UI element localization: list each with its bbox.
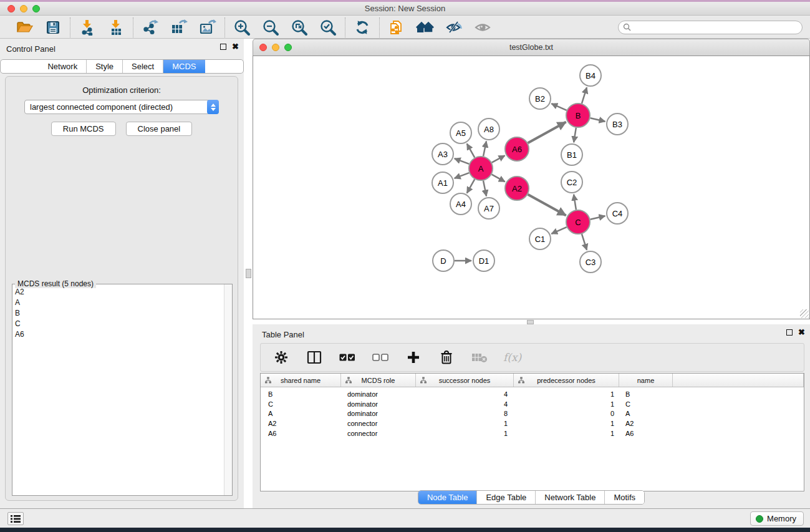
graph-edge-A-A2[interactable] xyxy=(492,175,505,182)
table-cell[interactable]: C xyxy=(619,400,673,408)
clone-network-button[interactable] xyxy=(387,18,406,37)
table-cell[interactable]: C xyxy=(261,400,341,408)
column-header-predecessor-nodes[interactable]: predecessor nodes xyxy=(514,374,619,387)
graph-edge-A-A6[interactable] xyxy=(492,155,505,162)
table-cell[interactable]: 1 xyxy=(514,430,619,437)
select-all-columns-button[interactable] xyxy=(338,348,357,367)
float-panel-icon[interactable] xyxy=(220,44,226,50)
delete-column-button[interactable] xyxy=(437,348,456,367)
table-cell[interactable]: A6 xyxy=(619,430,673,437)
mcds-result-item[interactable]: C xyxy=(12,319,223,329)
graph-edge-A-A4[interactable] xyxy=(467,179,475,193)
show-all-networks-button[interactable] xyxy=(416,18,435,37)
table-cell[interactable]: 1 xyxy=(514,400,619,408)
network-minimize-button[interactable] xyxy=(272,44,279,51)
save-session-button[interactable] xyxy=(44,18,62,37)
zoom-window-button[interactable] xyxy=(32,5,40,12)
import-network-button[interactable] xyxy=(78,18,97,37)
zoom-out-button[interactable] xyxy=(261,18,280,37)
table-row[interactable]: Cdominator41C xyxy=(261,399,804,409)
tab-network-table[interactable]: Network Table xyxy=(535,491,604,504)
table-settings-button[interactable] xyxy=(272,348,291,367)
graph-edge-A-A7[interactable] xyxy=(483,181,486,196)
import-table-button[interactable] xyxy=(107,18,125,37)
show-details-button[interactable] xyxy=(473,18,492,37)
minimize-window-button[interactable] xyxy=(20,5,27,12)
table-cell[interactable]: B xyxy=(261,390,341,398)
resize-grip[interactable] xyxy=(800,309,809,318)
table-row[interactable]: Bdominator41B xyxy=(261,389,804,399)
unselect-all-columns-button[interactable] xyxy=(371,348,390,367)
column-header-successor-nodes[interactable]: successor nodes xyxy=(416,374,514,387)
close-panel-button[interactable]: Close panel xyxy=(126,122,193,136)
mcds-result-item[interactable]: A xyxy=(12,297,223,308)
table-cell[interactable]: 1 xyxy=(514,390,619,398)
hide-details-button[interactable] xyxy=(445,18,463,37)
search-input[interactable] xyxy=(634,23,798,32)
show-column-panel-button[interactable] xyxy=(305,348,324,367)
search-box[interactable] xyxy=(618,21,803,34)
create-column-button[interactable] xyxy=(404,348,423,367)
table-cell[interactable]: 1 xyxy=(416,420,514,427)
graph-edge-B-B3[interactable] xyxy=(591,118,605,121)
graph-edge-A-A3[interactable] xyxy=(455,158,470,164)
result-scrollbar[interactable] xyxy=(224,284,232,495)
refresh-button[interactable] xyxy=(353,18,372,37)
memory-button[interactable]: Memory xyxy=(750,511,804,526)
function-builder-icon[interactable]: f(x) xyxy=(503,351,521,364)
column-header-shared-name[interactable]: shared name xyxy=(261,374,341,387)
table-cell[interactable]: 8 xyxy=(416,410,514,417)
float-panel-icon[interactable] xyxy=(786,329,793,336)
table-cell[interactable]: dominator xyxy=(341,410,416,417)
export-image-button[interactable] xyxy=(198,18,217,37)
table-row[interactable]: Adominator80A xyxy=(261,409,804,419)
table-row[interactable]: A6connector11A6 xyxy=(261,428,804,438)
table-cell[interactable]: dominator xyxy=(341,390,416,398)
close-window-button[interactable] xyxy=(7,5,15,12)
table-cell[interactable]: connector xyxy=(341,430,416,437)
mcds-result-item[interactable]: B xyxy=(12,308,223,319)
tab-motifs[interactable]: Motifs xyxy=(604,491,644,504)
network-close-button[interactable] xyxy=(259,44,267,51)
delete-table-button[interactable] xyxy=(470,348,489,367)
table-cell[interactable]: 4 xyxy=(416,400,514,408)
table-cell[interactable]: B xyxy=(619,390,673,398)
mcds-result-item[interactable]: A2 xyxy=(12,287,223,297)
graph-edge-C-C3[interactable] xyxy=(582,234,587,250)
tab-mcds[interactable]: MCDS xyxy=(163,60,205,73)
split-divider-handle[interactable] xyxy=(527,320,534,324)
task-history-button[interactable] xyxy=(7,512,24,525)
tab-style[interactable]: Style xyxy=(86,60,122,73)
split-divider-handle[interactable] xyxy=(246,269,251,278)
table-cell[interactable]: connector xyxy=(341,420,416,427)
graph-edge-B-B2[interactable] xyxy=(551,104,566,110)
table-row[interactable]: A2connector11A2 xyxy=(261,418,804,428)
graph-edge-C-C1[interactable] xyxy=(551,227,566,234)
zoom-in-button[interactable] xyxy=(233,18,251,37)
table-cell[interactable]: 0 xyxy=(514,410,619,417)
table-cell[interactable]: A xyxy=(261,410,341,417)
network-canvas[interactable]: B4B2BB3A5A8A6A3B1AA1C2A2A4A7C4CC1DD1C3 xyxy=(253,56,810,319)
mcds-result-item[interactable]: A6 xyxy=(12,329,223,340)
export-network-button[interactable] xyxy=(141,18,160,37)
graph-edge-A-A1[interactable] xyxy=(455,173,470,178)
close-panel-icon[interactable]: ✖ xyxy=(232,44,239,50)
tab-edge-table[interactable]: Edge Table xyxy=(476,491,535,504)
table-cell[interactable]: dominator xyxy=(341,400,416,408)
table-cell[interactable]: A6 xyxy=(261,430,341,437)
table-cell[interactable]: A xyxy=(619,410,673,417)
graph-edge-A6-B[interactable] xyxy=(528,122,566,143)
graph-edge-B-B1[interactable] xyxy=(574,128,576,142)
table-cell[interactable]: A2 xyxy=(619,420,673,427)
optimization-dropdown[interactable]: largest connected component (directed) xyxy=(24,100,219,114)
export-table-button[interactable] xyxy=(170,18,188,37)
tab-select[interactable]: Select xyxy=(122,60,163,73)
table-cell[interactable]: 4 xyxy=(416,390,514,398)
column-header-MCDS-role[interactable]: MCDS role xyxy=(341,374,416,387)
close-panel-icon[interactable]: ✖ xyxy=(798,329,805,336)
zoom-selected-button[interactable] xyxy=(319,18,337,37)
graph-edge-B-B4[interactable] xyxy=(582,87,587,104)
table-cell[interactable]: 1 xyxy=(514,420,619,427)
tab-network[interactable]: Network xyxy=(39,60,86,73)
graph-edge-A2-C[interactable] xyxy=(528,195,566,216)
